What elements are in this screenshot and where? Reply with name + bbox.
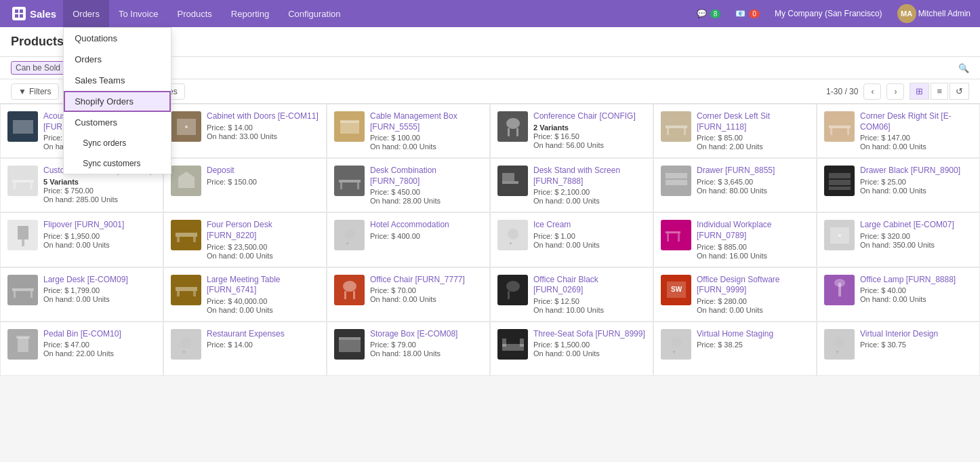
refresh-button[interactable]: ↺ <box>950 83 969 100</box>
svg-rect-24 <box>340 182 342 189</box>
product-info: Storage Box [E-COM08]Price: $ 79.00On ha… <box>370 329 483 358</box>
nav-configuration[interactable]: Configuration <box>279 0 350 27</box>
dropdown-shopify-orders[interactable]: Shopify Orders <box>64 91 171 112</box>
company-info[interactable]: My Company (San Francisco) <box>771 9 886 18</box>
product-image <box>661 166 691 196</box>
svg-rect-17 <box>847 128 849 135</box>
product-card[interactable]: Desk Stand with Screen [FURN_7888]Price:… <box>490 158 653 212</box>
product-info: Desk Combination [FURN_7800]Price: $ 450… <box>370 166 483 205</box>
product-card[interactable]: +Restaurant ExpensesPrice: $ 14.00 <box>163 322 327 376</box>
product-stock: On hand: 0.00 Units <box>860 187 973 195</box>
product-card[interactable]: DepositPrice: $ 150.00 <box>163 158 327 212</box>
product-card[interactable]: +Ice CreamPrice: $ 1.00On hand: 0.00 Uni… <box>490 212 653 267</box>
product-info: Individual Workplace [FURN_0789]Price: $… <box>697 220 809 259</box>
filters-button[interactable]: ▼ Filters <box>11 83 59 100</box>
product-stock: On hand: 0.00 Units <box>207 306 319 314</box>
product-variants: 5 Variants <box>43 178 156 186</box>
prev-page-button[interactable]: ‹ <box>863 83 881 100</box>
product-name: Ice Cream <box>533 220 646 231</box>
svg-rect-67 <box>339 337 361 340</box>
product-card[interactable]: Large Cabinet [E-COM07]Price: $ 320.00On… <box>817 212 980 267</box>
product-card[interactable]: Large Meeting Table [FURN_6741]Price: $ … <box>163 267 327 322</box>
product-price: Price: $ 750.00 <box>43 187 156 195</box>
product-name: Pedal Bin [E-COM10] <box>43 329 156 340</box>
product-card[interactable]: Cabinet with Doors [E-COM11]Price: $ 14.… <box>163 104 327 158</box>
product-card[interactable]: +Virtual Home StagingPrice: $ 38.25 <box>653 322 817 376</box>
product-info: Ice CreamPrice: $ 1.00On hand: 0.00 Unit… <box>533 220 646 249</box>
svg-rect-35 <box>176 233 197 237</box>
product-price: Price: $ 2,100.00 <box>533 188 646 196</box>
product-name: Large Desk [E-COM09] <box>43 275 156 286</box>
svg-rect-29 <box>666 180 687 185</box>
svg-rect-33 <box>18 226 28 239</box>
product-price: Price: $ 885.00 <box>697 243 809 251</box>
product-image <box>824 275 855 305</box>
product-card[interactable]: Drawer Black [FURN_8900]Price: $ 25.00On… <box>817 158 980 212</box>
product-card[interactable]: Flipover [FURN_9001]Price: $ 1,950.00On … <box>0 212 163 267</box>
dropdown-orders[interactable]: Orders <box>64 49 171 70</box>
product-stock: On hand: 0.00 Units <box>370 295 483 303</box>
nav-orders[interactable]: Orders Quotations Orders Sales Teams Sho… <box>63 0 109 27</box>
product-stock: On hand: 0.00 Units <box>43 295 156 303</box>
svg-rect-10 <box>508 128 510 136</box>
product-image <box>334 111 365 142</box>
product-name: Drawer [FURN_8855] <box>697 166 809 176</box>
product-name: Hotel Accommodation <box>370 220 483 231</box>
dropdown-quotations[interactable]: Quotations <box>64 28 171 49</box>
product-card[interactable]: Three-Seat Sofa [FURN_8999]Price: $ 1,50… <box>490 322 653 376</box>
dropdown-customers[interactable]: Customers <box>64 112 171 133</box>
chat-icon-btn[interactable]: 💬 8 <box>693 9 725 18</box>
product-card[interactable]: Corner Desk Right Sit [E-COM06]Price: $ … <box>817 104 980 158</box>
product-card[interactable]: Large Desk [E-COM09]Price: $ 1,799.00On … <box>0 267 163 322</box>
product-info: Large Cabinet [E-COM07]Price: $ 320.00On… <box>860 220 973 249</box>
svg-point-40 <box>508 229 518 239</box>
product-card[interactable]: Office Chair Black [FURN_0269]Price: $ 1… <box>490 267 653 322</box>
product-image: + <box>334 220 365 250</box>
user-menu[interactable]: MA Mitchell Admin <box>893 4 975 23</box>
dropdown-sync-orders[interactable]: Sync orders <box>64 133 171 153</box>
product-card[interactable]: Office Chair [FURN_7777]Price: $ 70.00On… <box>327 267 490 322</box>
grid-view-button[interactable]: ⊞ <box>910 83 929 100</box>
nav-products[interactable]: Products <box>167 0 221 27</box>
product-info: Office Chair [FURN_7777]Price: $ 70.00On… <box>370 275 483 304</box>
dropdown-sales-teams[interactable]: Sales Teams <box>64 70 171 91</box>
product-card[interactable]: Pedal Bin [E-COM10]Price: $ 47.00On hand… <box>0 322 163 376</box>
product-card[interactable]: Individual Workplace [FURN_0789]Price: $… <box>653 212 817 267</box>
svg-rect-63 <box>16 336 30 339</box>
svg-rect-49 <box>30 291 33 298</box>
product-card[interactable]: +Hotel AccommodationPrice: $ 400.00 <box>327 212 490 267</box>
product-price: Price: $ 1,500.00 <box>533 341 646 349</box>
product-card[interactable]: Storage Box [E-COM08]Price: $ 79.00On ha… <box>327 322 490 376</box>
product-image <box>497 329 528 360</box>
message-badge: 0 <box>749 9 760 18</box>
product-stock: On hand: 0.00 Units <box>370 142 483 151</box>
svg-rect-21 <box>178 177 195 188</box>
nav-to-invoice[interactable]: To Invoice <box>109 0 168 27</box>
filter-icon: ▼ <box>18 87 26 96</box>
product-name: Storage Box [E-COM08] <box>370 329 483 340</box>
product-card[interactable]: Drawer [FURN_8855]Price: $ 3,645.00On ha… <box>653 158 817 212</box>
product-card[interactable]: Corner Desk Left Sit [FURN_1118]Price: $… <box>653 104 817 158</box>
search-input[interactable] <box>79 63 953 73</box>
product-card[interactable]: Conference Chair [CONFIG]2 VariantsPrice… <box>490 104 653 158</box>
product-card[interactable]: Cable Management Box [FURN_5555]Price: $… <box>327 104 490 158</box>
svg-text:+: + <box>672 349 676 355</box>
search-tag-label: Can be Sold <box>16 63 60 73</box>
search-icon[interactable]: 🔍 <box>958 63 969 73</box>
product-card[interactable]: Four Person Desk [FURN_8220]Price: $ 23,… <box>163 212 327 267</box>
list-view-button[interactable]: ≡ <box>931 83 948 100</box>
message-icon-btn[interactable]: 📧 0 <box>731 9 764 18</box>
app-logo[interactable]: Sales <box>5 7 63 20</box>
next-page-button[interactable]: › <box>886 83 904 100</box>
svg-rect-28 <box>666 173 687 178</box>
product-info: Hotel AccommodationPrice: $ 400.00 <box>370 220 483 241</box>
product-card[interactable]: SWOffice Design Software [FURN_9999]Pric… <box>653 267 817 322</box>
product-stock: On hand: 0.00 Units <box>860 142 973 151</box>
product-card[interactable]: Office Lamp [FURN_8888]Price: $ 40.00On … <box>817 267 980 322</box>
product-card[interactable]: +Virtual Interior DesignPrice: $ 30.75 <box>817 322 980 376</box>
dropdown-sync-customers[interactable]: Sync customers <box>64 153 171 174</box>
svg-point-56 <box>506 281 520 292</box>
nav-reporting[interactable]: Reporting <box>222 0 279 27</box>
product-card[interactable]: Desk Combination [FURN_7800]Price: $ 450… <box>327 158 490 212</box>
orders-dropdown: Quotations Orders Sales Teams Shopify Or… <box>63 27 171 174</box>
